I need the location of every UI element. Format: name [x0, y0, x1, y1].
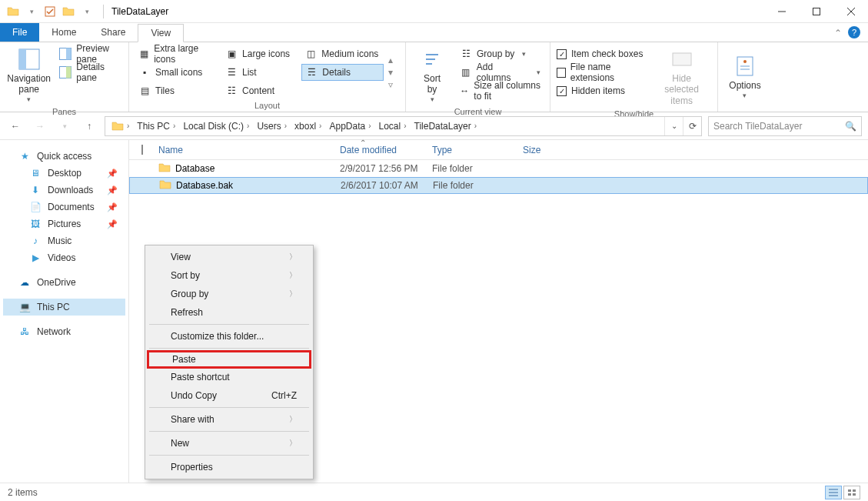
context-paste[interactable]: Paste [147, 350, 311, 369]
breadcrumb-this-pc[interactable]: This PC› [134, 121, 178, 132]
refresh-button[interactable]: ⟳ [683, 117, 701, 135]
breadcrumb-appdata[interactable]: AppData› [326, 121, 374, 132]
sort-by-button[interactable]: Sort by ▾ [412, 45, 452, 105]
network-item[interactable]: 🖧Network [3, 323, 125, 340]
details-view-icon: ☴ [305, 66, 318, 78]
context-undo-copy[interactable]: Undo CopyCtrl+Z [148, 386, 311, 405]
pin-icon: 📌 [107, 219, 118, 229]
breadcrumb-history-button[interactable]: ⌄ [664, 117, 683, 135]
add-columns-button[interactable]: ▥Add columns▾ [457, 64, 544, 81]
svg-rect-24 [848, 493, 851, 496]
qat-dropdown-icon[interactable]: ▾ [23, 3, 40, 20]
name-column-header[interactable]: Name [151, 145, 332, 155]
navigation-pane-button[interactable]: Navigation pane ▾ [6, 45, 52, 105]
type-column-header[interactable]: Type [424, 145, 515, 155]
context-paste-shortcut[interactable]: Paste shortcut [148, 368, 311, 386]
small-icons-label: Small icons [155, 67, 202, 78]
large-icons-button[interactable]: ▣Large icons [222, 45, 297, 62]
medium-icons-icon: ◫ [304, 48, 317, 60]
tree-label: OneDrive [37, 277, 76, 288]
column-label: Date modified [340, 145, 397, 155]
view-tab[interactable]: View [138, 24, 184, 42]
breadcrumb-label: Local Disk (C:) [183, 121, 244, 132]
svg-point-16 [743, 60, 747, 63]
select-all-checkbox[interactable] [134, 145, 151, 155]
size-all-columns-button[interactable]: ↔Size all columns to fit [457, 82, 544, 99]
column-label: Size [523, 145, 540, 155]
qat-dropdown-icon-2[interactable]: ▾ [78, 3, 95, 20]
layout-scroll-up-icon[interactable]: ▴ [388, 55, 399, 65]
this-pc-item[interactable]: 💻This PC [3, 299, 125, 316]
layout-more-icon[interactable]: ▿ [388, 79, 399, 90]
up-button[interactable]: ↑ [80, 117, 98, 135]
breadcrumb[interactable]: › This PC› Local Disk (C:)› Users› xboxl… [105, 116, 702, 136]
music-item[interactable]: ♪Music [3, 232, 125, 249]
details-view-toggle[interactable] [825, 486, 842, 499]
share-tab[interactable]: Share [88, 23, 138, 42]
context-group-by[interactable]: Group by〉 [148, 285, 311, 303]
home-tab[interactable]: Home [39, 23, 88, 42]
file-name-extensions-checkbox[interactable]: File name extensions [557, 64, 647, 81]
documents-item[interactable]: 📄Documents📌 [3, 199, 125, 215]
pictures-item[interactable]: 🖼Pictures📌 [3, 215, 125, 232]
large-icons-view-toggle[interactable] [843, 486, 860, 499]
context-sort-by[interactable]: Sort by〉 [148, 266, 311, 285]
list-button[interactable]: ☰List [222, 64, 297, 81]
context-refresh[interactable]: Refresh [148, 303, 311, 322]
large-icons-label: Large icons [242, 48, 290, 59]
onedrive-item[interactable]: ☁OneDrive [3, 274, 125, 291]
options-button[interactable]: Options ▾ [724, 45, 765, 109]
content-button[interactable]: ☷Content [222, 82, 297, 99]
context-view[interactable]: View〉 [148, 248, 311, 266]
small-icons-button[interactable]: ▪Small icons [135, 64, 218, 81]
recent-locations-button[interactable]: ▾ [55, 117, 74, 135]
file-row[interactable]: Database.bak 2/6/2017 10:07 AM File fold… [129, 177, 868, 194]
extra-large-icons-button[interactable]: ▦Extra large icons [135, 45, 218, 62]
breadcrumb-local-disk[interactable]: Local Disk (C:)› [180, 121, 252, 132]
context-new[interactable]: New〉 [148, 434, 311, 453]
breadcrumb-local[interactable]: Local› [376, 121, 410, 132]
tiles-button[interactable]: ▤Tiles [135, 82, 218, 99]
downloads-item[interactable]: ⬇Downloads📌 [3, 182, 125, 199]
maximize-button[interactable] [799, 0, 833, 23]
breadcrumb-xboxl[interactable]: xboxl› [291, 121, 324, 132]
breadcrumb-tiledatalayer[interactable]: TileDataLayer› [411, 121, 481, 132]
group-by-button[interactable]: ☷Group by▾ [457, 45, 544, 62]
context-properties[interactable]: Properties [148, 458, 311, 476]
breadcrumb-users[interactable]: Users› [254, 121, 290, 132]
date-column-header[interactable]: Date modified [332, 145, 424, 155]
hide-selected-items-button[interactable]: Hide selected items [652, 45, 711, 108]
file-name: Database.bak [176, 180, 233, 191]
context-customize[interactable]: Customize this folder... [148, 327, 311, 346]
breadcrumb-label: Users [257, 121, 281, 132]
close-button[interactable] [833, 0, 868, 23]
content-label: Content [242, 85, 274, 96]
svg-rect-2 [813, 8, 820, 15]
svg-rect-10 [66, 67, 72, 78]
preview-pane-button[interactable]: Preview pane [56, 45, 122, 62]
forward-button[interactable]: → [31, 117, 49, 135]
videos-item[interactable]: ▶Videos [3, 249, 125, 266]
search-input[interactable]: Search TileDataLayer 🔍 [708, 116, 862, 136]
item-check-boxes-checkbox[interactable]: ✓Item check boxes [557, 45, 647, 62]
quick-access-item[interactable]: ★Quick access [3, 148, 125, 165]
details-pane-button[interactable]: Details pane [56, 64, 122, 81]
properties-checkbox-icon[interactable] [42, 3, 58, 20]
hidden-items-checkbox[interactable]: ✓Hidden items [557, 82, 647, 99]
medium-icons-button[interactable]: ◫Medium icons [301, 45, 384, 62]
item-count: 2 items [8, 487, 38, 498]
file-row[interactable]: Database 2/9/2017 12:56 PM File folder [129, 160, 868, 177]
back-button[interactable]: ← [6, 117, 25, 135]
minimize-button[interactable] [764, 0, 799, 23]
help-icon[interactable]: ? [848, 26, 860, 38]
desktop-item[interactable]: 🖥Desktop📌 [3, 165, 125, 182]
file-tab[interactable]: File [0, 23, 39, 42]
column-label: Name [158, 145, 183, 155]
ribbon-collapse-icon[interactable]: ⌃ [834, 28, 842, 38]
svg-rect-22 [848, 489, 851, 492]
layout-scroll-down-icon[interactable]: ▾ [388, 67, 399, 78]
details-view-button[interactable]: ☴Details [301, 64, 384, 81]
breadcrumb-root-icon[interactable]: › [108, 120, 132, 132]
context-share-with[interactable]: Share with〉 [148, 410, 311, 429]
size-column-header[interactable]: Size [515, 145, 577, 155]
